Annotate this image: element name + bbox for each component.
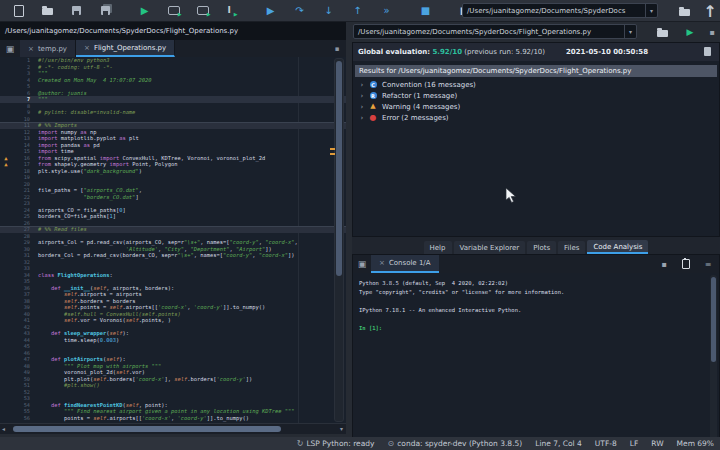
working-directory-value: /Users/juanitagomez/Documents/SpyderDocs [463,7,645,15]
analysis-file-combobox[interactable]: /Users/juanitagomez/Documents/SpyderDocs… [353,24,637,39]
stop-icon: ▪ [709,28,714,37]
expand-chevron-icon[interactable]: › [357,114,367,122]
warning-flag[interactable] [330,153,335,155]
scrollbar-thumb[interactable] [336,61,342,276]
editor-horizontal-scrollbar[interactable]: ◂ ▾ [0,423,346,434]
results-header: Results for /Users/juanitagomez/Document… [355,65,717,77]
lsp-icon: ↻ [297,439,304,448]
editor-tabs: ×temp.py×Flight_Operations.py [20,40,175,57]
save-icon [72,6,81,15]
stop-button[interactable]: ■ [417,2,434,20]
editor-vertical-scrollbar[interactable] [334,58,344,422]
new-file-icon [14,5,24,17]
analysis-category-refactor[interactable]: ›RRefactor (1 message) [355,90,717,101]
run-selection-icon [227,5,237,16]
run-cell-button[interactable] [165,2,182,20]
play-icon: ▶ [687,27,694,37]
warning-icon: ▲ [367,103,379,110]
analysis-category-error[interactable]: ›●Error (2 messages) [355,112,717,123]
console-line: IPython 7.18.1 -- An enhanced Interactiv… [359,306,705,315]
console-line: Python 3.8.5 (default, Sep 4 2020, 02:22… [359,279,705,288]
parent-directory-button[interactable]: ↑ [702,3,718,19]
tab-code-analysis[interactable]: Code Analysis [587,240,648,254]
save-all-icon [101,6,110,15]
folder-icon [657,30,668,37]
editor-options-button[interactable]: ▪ [328,40,346,57]
chevron-down-icon[interactable]: ▾ [624,25,636,38]
run-cell-advance-icon [197,6,209,15]
browse-working-directory-button[interactable] [676,3,692,19]
console-line [359,297,705,306]
scrollbar-thumb[interactable] [711,277,716,362]
close-icon[interactable]: × [84,44,90,52]
chevron-down-icon[interactable]: ▾ [340,425,343,432]
main-toolbar: ▶▶↷↓↑»■◧⚙ /Users/juanitagomez/Documents/… [0,0,720,22]
conda-env-text: conda: spyder-dev (Python 3.8.5) [397,439,522,448]
tab-label: temp.py [38,45,67,53]
report-button[interactable] [704,47,711,58]
warning-flag[interactable] [330,148,335,150]
run-selection-button[interactable] [223,2,240,20]
browse-tabs-button[interactable]: ▣ [353,255,371,273]
step-over-button[interactable]: ↷ [291,2,308,20]
console-options-button[interactable]: ≡ [697,255,719,273]
options-icon: ▪ [335,45,340,53]
conda-env-status[interactable]: ⊙conda: spyder-dev (Python 3.8.5) [387,439,522,448]
error-icon: ● [367,114,379,121]
save-all-button[interactable] [97,2,114,20]
close-icon[interactable]: × [379,259,385,267]
new-file-button[interactable] [10,2,27,20]
working-directory-combobox[interactable]: /Users/juanitagomez/Documents/SpyderDocs… [462,3,658,18]
scroll-left-icon[interactable]: ◂ [2,425,5,432]
open-file-button[interactable] [39,2,56,20]
code-line[interactable]: 56 points = self.airports[['coord-x', 'c… [0,415,346,422]
category-label: Error (2 messages) [382,114,449,122]
tab-variable-explorer[interactable]: Variable Explorer [454,241,526,254]
memory-status: Mem 69% [677,439,714,448]
chevron-down-icon[interactable]: ▾ [645,4,657,17]
arrow-up-icon: ↑ [703,2,716,21]
run-cell-advance-button[interactable] [194,2,211,20]
analysis-category-warning[interactable]: ›▲Warning (4 messages) [355,101,717,112]
save-button[interactable] [68,2,85,20]
debug-button[interactable]: ▶ [262,2,279,20]
close-icon[interactable]: × [28,45,34,53]
step-into-button[interactable]: ↓ [320,2,337,20]
editor-tab-Flight_Operations.py[interactable]: ×Flight_Operations.py [76,40,175,57]
scrollbar-thumb[interactable] [13,426,281,432]
expand-chevron-icon[interactable]: › [357,103,367,111]
browse-tabs-icon: ▣ [358,259,367,269]
editor-tab-temp.py[interactable]: ×temp.py [20,40,76,57]
tab-files[interactable]: Files [558,241,585,254]
tab-help[interactable]: Help [424,241,452,254]
console-tabbar: ▣ ×Console 1/A ▪ ≡ [353,255,719,273]
browse-tabs-button[interactable]: ▣ [0,40,20,57]
interrupt-kernel-button[interactable]: ▪ [653,255,675,273]
console-scrollbar[interactable] [710,275,717,441]
analysis-category-convention[interactable]: ›CConvention (16 messages) [355,79,717,90]
cursor-position: Line 7, Col 4 [535,439,582,448]
console-tab[interactable]: ×Console 1/A [371,255,439,273]
folder-icon [679,9,690,16]
tab-plots[interactable]: Plots [527,241,556,254]
step-out-button[interactable]: ↑ [349,2,366,20]
expand-chevron-icon[interactable]: › [357,92,367,100]
browse-tabs-icon: ▣ [6,44,15,54]
analysis-browse-file-button[interactable] [654,24,670,40]
analysis-run-button[interactable]: ▶ [682,24,698,40]
code-lines: 1#!/usr/bin/env python32# -*- coding: ut… [0,57,346,421]
expand-chevron-icon[interactable]: › [357,81,367,89]
ipython-console-pane[interactable]: ▣ ×Console 1/A ▪ ≡ Python 3.8.5 (default… [352,254,720,444]
run-button[interactable]: ▶ [136,2,153,20]
clipboard-icon [682,259,690,269]
continue-button[interactable]: » [378,2,395,20]
gutter-margin[interactable] [0,415,12,422]
inspect-button[interactable] [675,255,697,273]
right-pane-tabs: HelpVariable ExplorerPlotsFilesCode Anal… [352,237,720,254]
status-bar: ↻LSP Python: ready ⊙conda: spyder-dev (P… [0,437,720,450]
tab-label: Flight_Operations.py [94,44,166,52]
analysis-stop-button[interactable]: ▪ [704,24,720,40]
mouse-cursor [505,187,517,205]
console-prompt[interactable]: In [1]: [359,324,705,333]
code-editor[interactable]: 1#!/usr/bin/env python32# -*- coding: ut… [0,57,346,423]
